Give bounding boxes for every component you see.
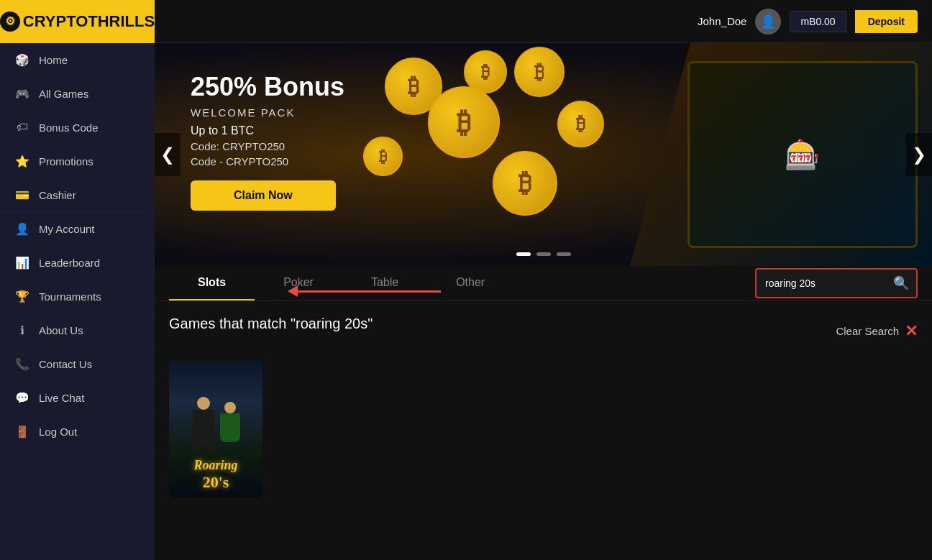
sidebar-item-contact-us[interactable]: 📞 Contact Us <box>0 347 155 381</box>
bonus-title: 250% Bonus <box>191 72 896 102</box>
sidebar-label-all-games: All Games <box>39 88 88 100</box>
live-chat-icon: 💬 <box>14 390 30 405</box>
content: ₿ ₿ ₿ ₿ ₿ ₿ ₿ 250% Bonus WELCOME PACK Up… <box>155 43 932 560</box>
code-line-2: Code - CRYPTO250 <box>191 155 896 167</box>
game-card[interactable]: Roaring 20's <box>169 361 262 497</box>
header-right: John_Doe 👤 mB0.00 Deposit <box>698 9 918 35</box>
game-title: Roaring 20's <box>169 458 262 492</box>
username-label: John_Doe <box>698 15 746 27</box>
sidebar-label-about-us: About Us <box>39 324 83 336</box>
sidebar-label-live-chat: Live Chat <box>39 392 84 404</box>
game-tabs: Slots Poker Table Other 🔍 <box>155 266 932 301</box>
sidebar-item-promotions[interactable]: ⭐ Promotions <box>0 144 155 178</box>
arrow-head-icon <box>288 285 298 297</box>
search-button[interactable]: 🔍 <box>886 270 916 297</box>
up-to-btc: Up to 1 BTC <box>191 124 896 137</box>
logo: ⚙ CRYPTOTHRILLS <box>0 12 155 32</box>
search-icon: 🔍 <box>893 276 909 290</box>
sidebar-label-tournaments: Tournaments <box>39 290 101 303</box>
close-icon: ✕ <box>905 322 918 341</box>
search-results-header: Games that match "roaring 20s" Clear Sea… <box>169 316 918 346</box>
sidebar-label-leaderboard: Leaderboard <box>39 257 100 269</box>
sidebar-label-contact-us: Contact Us <box>39 358 92 370</box>
sidebar-item-about-us[interactable]: ℹ About Us <box>0 313 155 347</box>
banner-prev-button[interactable]: ❮ <box>155 133 181 176</box>
sidebar-item-leaderboard[interactable]: 📊 Leaderboard <box>0 246 155 280</box>
cashier-icon: 💳 <box>14 187 30 203</box>
sidebar-item-tournaments[interactable]: 🏆 Tournaments <box>0 280 155 313</box>
sidebar-item-my-account[interactable]: 👤 My Account <box>0 212 155 246</box>
banner-dots <box>516 252 571 256</box>
dot-1[interactable] <box>516 252 531 256</box>
game-thumbnail: Roaring 20's <box>169 361 262 497</box>
banner-content: 250% Bonus WELCOME PACK Up to 1 BTC Code… <box>155 43 932 239</box>
arrow-line <box>297 290 441 293</box>
balance-button[interactable]: mB0.00 <box>790 11 846 32</box>
deposit-button[interactable]: Deposit <box>855 10 918 33</box>
game-card-wrapper: Roaring 20's <box>169 361 262 497</box>
my-account-icon: 👤 <box>14 221 30 237</box>
sidebar-label-bonus-code: Bonus Code <box>39 121 99 134</box>
search-results: Games that match "roaring 20s" Clear Sea… <box>155 301 932 560</box>
search-box: 🔍 <box>755 268 918 298</box>
leaderboard-icon: 📊 <box>14 254 30 270</box>
log-out-icon: 🚪 <box>14 423 30 439</box>
chevron-left-icon: ❮ <box>160 144 175 165</box>
banner: ₿ ₿ ₿ ₿ ₿ ₿ ₿ 250% Bonus WELCOME PACK Up… <box>155 43 932 266</box>
sidebar-label-cashier: Cashier <box>39 189 76 201</box>
logo-area[interactable]: ⚙ CRYPTOTHRILLS <box>0 0 155 43</box>
sidebar-label-home: Home <box>39 54 68 66</box>
chevron-right-icon: ❯ <box>912 144 926 165</box>
sidebar: 🎲 Home 🎮 All Games 🏷 Bonus Code ⭐ Promot… <box>0 43 155 560</box>
about-us-icon: ℹ <box>14 322 30 338</box>
tournaments-icon: 🏆 <box>14 288 30 304</box>
sidebar-item-live-chat[interactable]: 💬 Live Chat <box>0 381 155 415</box>
banner-next-button[interactable]: ❯ <box>906 133 932 176</box>
sidebar-item-home[interactable]: 🎲 Home <box>0 43 155 77</box>
sidebar-label-my-account: My Account <box>39 223 95 235</box>
contact-us-icon: 📞 <box>14 356 30 372</box>
sidebar-item-bonus-code[interactable]: 🏷 Bonus Code <box>0 111 155 144</box>
code-line-1: Code: CRYPTO250 <box>191 140 896 152</box>
sidebar-label-promotions: Promotions <box>39 155 93 167</box>
sidebar-label-log-out: Log Out <box>39 426 77 438</box>
home-icon: 🎲 <box>14 52 30 68</box>
search-heading: Games that match "roaring 20s" <box>169 316 373 332</box>
all-games-icon: 🎮 <box>14 86 30 101</box>
main-layout: 🎲 Home 🎮 All Games 🏷 Bonus Code ⭐ Promot… <box>0 43 932 560</box>
sidebar-item-log-out[interactable]: 🚪 Log Out <box>0 415 155 449</box>
logo-gear-icon: ⚙ <box>0 12 20 32</box>
avatar-icon[interactable]: 👤 <box>755 9 781 35</box>
dot-3[interactable] <box>557 252 571 256</box>
bonus-code-icon: 🏷 <box>14 119 30 135</box>
games-grid: Roaring 20's <box>169 361 918 497</box>
promotions-icon: ⭐ <box>14 153 30 169</box>
tab-slots[interactable]: Slots <box>169 266 255 300</box>
logo-text: CRYPTOTHRILLS <box>23 12 155 31</box>
dot-2[interactable] <box>536 252 551 256</box>
claim-button[interactable]: Claim Now <box>191 180 336 211</box>
annotation-arrow <box>288 285 441 297</box>
header: ⚙ CRYPTOTHRILLS John_Doe 👤 mB0.00 Deposi… <box>0 0 932 43</box>
clear-search-button[interactable]: Clear Search ✕ <box>836 322 918 341</box>
sidebar-item-cashier[interactable]: 💳 Cashier <box>0 178 155 212</box>
welcome-label: WELCOME PACK <box>191 106 896 119</box>
sidebar-item-all-games[interactable]: 🎮 All Games <box>0 77 155 111</box>
search-input[interactable] <box>757 272 886 295</box>
